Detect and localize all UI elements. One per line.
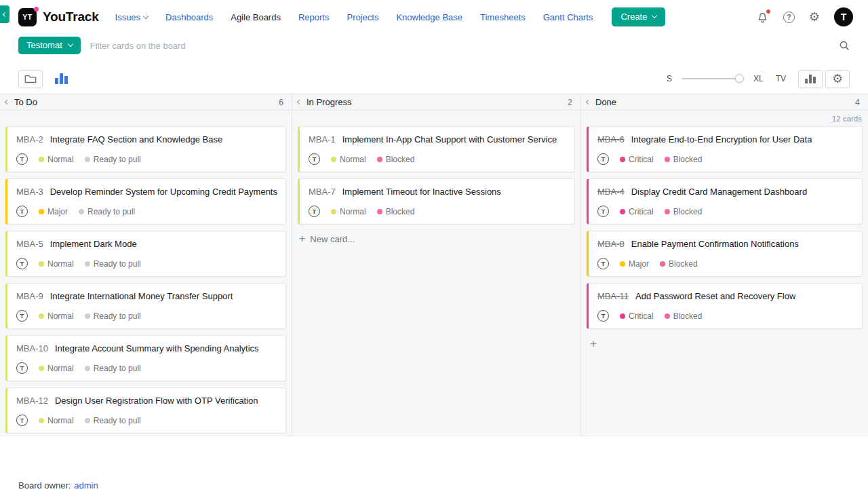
collapse-column-icon[interactable] [5,100,9,104]
board-card-mba-4[interactable]: MBA-4Display Credit Card Management Dash… [587,178,863,225]
nav-item-knowledge-base[interactable]: Knowledge Base [396,12,462,22]
card-title[interactable]: Integrate Account Summary with Spending … [55,343,259,353]
state-field[interactable]: Blocked [665,207,703,216]
priority-field[interactable]: Critical [620,311,654,321]
card-title[interactable]: Integrate FAQ Section and Knowledge Base [50,134,222,145]
priority-field[interactable]: Normal [39,155,74,164]
state-field[interactable]: Ready to pull [85,259,141,269]
user-avatar[interactable]: T [834,7,853,26]
board-card-mba-2[interactable]: MBA-2Integrate FAQ Section and Knowledge… [5,126,286,172]
priority-field[interactable]: Normal [331,207,366,216]
card-avatar-icon[interactable]: T [16,362,28,374]
card-title[interactable]: Develop Reminder System for Upcoming Cre… [50,187,277,197]
card-title[interactable]: Design User Registration Flow with OTP V… [55,396,258,406]
board-card-mba-7[interactable]: MBA-7Implement Timeout for Inactive Sess… [298,178,575,225]
card-avatar-icon[interactable]: T [16,258,28,269]
nav-item-dashboards[interactable]: Dashboards [165,12,213,22]
card-title[interactable]: Implement In-App Chat Support with Custo… [342,134,557,145]
board-owner-link[interactable]: admin [74,480,98,491]
card-title[interactable]: Integrate End-to-End Encryption for User… [631,134,812,145]
new-card-button[interactable]: +New card... [298,231,356,247]
priority-field[interactable]: Normal [39,416,74,425]
state-field[interactable]: Ready to pull [85,416,141,425]
collapse-column-icon[interactable] [586,100,591,104]
create-button[interactable]: Create [612,7,665,26]
card-avatar-icon[interactable]: T [16,153,28,165]
state-field[interactable]: Blocked [377,207,415,216]
card-avatar-icon[interactable]: T [309,153,320,165]
card-id[interactable]: MBA-8 [597,239,625,249]
board-card-mba-5[interactable]: MBA-5Implement Dark ModeTNormalReady to … [5,231,286,277]
state-field[interactable]: Ready to pull [85,311,141,321]
card-title[interactable]: Enable Payment Confirmation Notification… [631,239,799,249]
collapse-column-icon[interactable] [297,100,302,104]
board-card-mba-12[interactable]: MBA-12Design User Registration Flow with… [5,387,286,434]
board-settings-button[interactable]: ⚙ [825,70,850,88]
board-card-mba-8[interactable]: MBA-8Enable Payment Confirmation Notific… [587,231,863,277]
priority-field[interactable]: Normal [39,311,74,321]
card-id[interactable]: MBA-7 [309,187,336,197]
nav-item-gantt-charts[interactable]: Gantt Charts [543,12,593,22]
card-avatar-icon[interactable]: T [309,206,320,217]
state-field[interactable]: Blocked [665,155,703,164]
board-selector-button[interactable]: Testomat [18,37,81,54]
card-avatar-icon[interactable]: T [597,153,609,165]
card-id[interactable]: MBA-4 [597,187,625,197]
card-title[interactable]: Implement Dark Mode [50,239,137,249]
board-card-mba-11[interactable]: MBA-11Add Password Reset and Recovery Fl… [587,283,863,329]
state-field[interactable]: Ready to pull [85,364,141,373]
nav-item-reports[interactable]: Reports [298,12,330,22]
card-avatar-icon[interactable]: T [16,415,28,426]
board-card-mba-1[interactable]: MBA-1Implement In-App Chat Support with … [298,126,575,172]
state-field[interactable]: Blocked [660,259,698,269]
board-card-mba-3[interactable]: MBA-3Develop Reminder System for Upcomin… [5,178,286,225]
card-avatar-icon[interactable]: T [597,258,609,269]
priority-field[interactable]: Normal [331,155,366,164]
card-id[interactable]: MBA-12 [16,396,48,406]
help-icon[interactable]: ? [783,12,795,23]
chart-report-button[interactable] [798,70,823,88]
board-card-mba-10[interactable]: MBA-10Integrate Account Summary with Spe… [5,335,286,381]
filter-input[interactable] [89,40,833,52]
nav-item-projects[interactable]: Projects [347,12,378,22]
add-card-button[interactable]: + [587,335,597,349]
priority-field[interactable]: Normal [39,364,74,373]
card-id[interactable]: MBA-5 [16,239,43,249]
settings-gear-icon[interactable]: ⚙ [809,11,820,23]
card-id[interactable]: MBA-6 [597,134,625,145]
card-id[interactable]: MBA-9 [16,291,43,301]
notifications-bell-icon[interactable] [756,11,769,24]
card-title[interactable]: Implement Timeout for Inactive Sessions [342,187,501,197]
state-field[interactable]: Blocked [377,155,415,164]
card-avatar-icon[interactable]: T [16,310,28,322]
card-avatar-icon[interactable]: T [597,206,609,217]
card-id[interactable]: MBA-2 [16,134,43,145]
state-field[interactable]: Ready to pull [85,155,141,164]
slider-knob[interactable] [735,74,744,83]
priority-field[interactable]: Critical [620,207,654,216]
card-id[interactable]: MBA-11 [597,291,629,301]
priority-field[interactable]: Major [39,207,68,216]
card-id[interactable]: MBA-1 [309,134,336,145]
card-avatar-icon[interactable]: T [16,206,28,217]
search-icon[interactable] [839,40,850,51]
nav-item-timesheets[interactable]: Timesheets [480,12,526,22]
app-logo[interactable]: YT YouTrack [18,8,99,26]
sidebar-toggle-button[interactable] [0,5,9,23]
board-columns-view-icon[interactable] [55,73,68,84]
nav-item-issues[interactable]: Issues [115,12,141,22]
card-title[interactable]: Integrate International Money Transfer S… [50,291,233,301]
card-id[interactable]: MBA-10 [16,343,48,353]
swimlanes-folder-button[interactable] [18,70,43,88]
priority-field[interactable]: Major [620,259,649,269]
board-card-mba-9[interactable]: MBA-9Integrate International Money Trans… [5,283,286,329]
priority-field[interactable]: Critical [620,155,654,164]
card-size-slider[interactable] [682,74,744,83]
chevron-down-icon[interactable] [143,13,149,18]
nav-item-agile-boards[interactable]: Agile Boards [231,12,281,22]
board-card-mba-6[interactable]: MBA-6Integrate End-to-End Encryption for… [587,126,863,172]
card-id[interactable]: MBA-3 [16,187,43,197]
card-avatar-icon[interactable]: T [597,310,609,322]
tv-mode-button[interactable]: TV [776,74,786,83]
card-title[interactable]: Display Credit Card Management Dashboard [631,187,807,197]
